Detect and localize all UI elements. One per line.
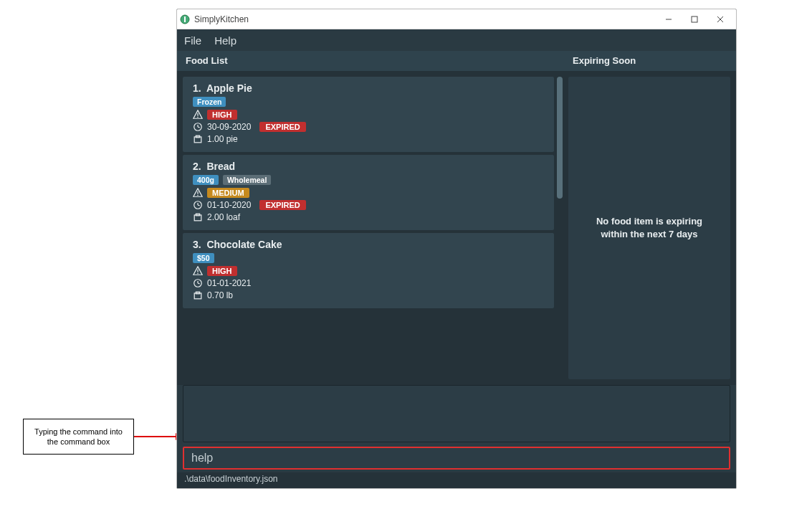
box-icon <box>193 212 203 222</box>
clock-icon <box>193 278 203 288</box>
tag-row: 400gWholemeal <box>193 175 544 185</box>
clock-icon <box>193 122 203 132</box>
svg-point-7 <box>197 117 199 118</box>
quantity-row: 0.70 lb <box>193 290 544 300</box>
tag-row: $50 <box>193 253 544 263</box>
app-window: SimplyKitchen File Help Food List Expiri… <box>176 9 737 489</box>
maximize-button[interactable] <box>682 11 707 28</box>
command-box[interactable] <box>183 447 730 470</box>
tag-row: Frozen <box>193 97 544 107</box>
svg-point-14 <box>197 195 199 196</box>
scrollbar[interactable] <box>557 77 563 199</box>
statusbar: .\data\foodInventory.json <box>177 472 736 488</box>
app-icon <box>180 14 190 24</box>
svg-point-21 <box>197 273 199 275</box>
svg-line-24 <box>198 283 200 284</box>
tag: Frozen <box>193 97 226 107</box>
warning-icon <box>193 110 203 120</box>
svg-rect-1 <box>184 16 186 22</box>
quantity-row: 2.00 loaf <box>193 212 544 222</box>
food-card[interactable]: 2. Bread400gWholemealMEDIUM01-10-2020EXP… <box>183 155 554 230</box>
food-list-header: Food List <box>177 51 564 71</box>
food-card[interactable]: 3. Chocolate Cake$50HIGH01-01-20210.70 l… <box>183 233 554 308</box>
food-title: 2. Bread <box>193 161 544 172</box>
priority-badge: HIGH <box>207 110 237 120</box>
titlebar: SimplyKitchen <box>177 9 736 29</box>
expiry-date: 01-01-2021 <box>207 278 251 288</box>
expiry-date: 30-09-2020 <box>207 122 251 132</box>
tag: 400g <box>193 175 219 185</box>
expiring-message: No food item is expiring within the next… <box>583 215 716 241</box>
quantity-row: 1.00 pie <box>193 134 544 144</box>
annotation-callout: Typing the command into the command box <box>23 419 134 455</box>
food-card[interactable]: 1. Apple PieFrozenHIGH30-09-2020EXPIRED1… <box>183 77 554 152</box>
svg-line-17 <box>198 205 200 206</box>
tag: Wholemeal <box>223 175 271 185</box>
food-title: 3. Chocolate Cake <box>193 239 544 250</box>
annotation-text: Typing the command into the command box <box>28 427 129 447</box>
priority-badge: HIGH <box>207 266 237 276</box>
clock-icon <box>193 200 203 210</box>
tag: $50 <box>193 253 214 263</box>
quantity: 2.00 loaf <box>207 212 240 222</box>
quantity: 0.70 lb <box>207 290 233 300</box>
menu-file[interactable]: File <box>183 33 203 48</box>
svg-rect-3 <box>692 16 697 22</box>
food-title: 1. Apple Pie <box>193 82 544 94</box>
status-path: .\data\foodInventory.json <box>184 474 278 484</box>
expired-badge: EXPIRED <box>259 122 305 132</box>
priority-row: HIGH <box>193 266 544 276</box>
expiring-header: Expiring Soon <box>564 51 736 71</box>
svg-line-10 <box>198 127 200 128</box>
priority-row: HIGH <box>193 110 544 120</box>
menu-help[interactable]: Help <box>213 33 238 48</box>
menubar: File Help <box>177 29 736 51</box>
date-row: 30-09-2020EXPIRED <box>193 122 544 132</box>
close-button[interactable] <box>707 11 733 28</box>
expired-badge: EXPIRED <box>259 200 305 210</box>
quantity: 1.00 pie <box>207 134 238 144</box>
box-icon <box>193 290 203 300</box>
panel-headers: Food List Expiring Soon <box>177 51 736 71</box>
box-icon <box>193 134 203 144</box>
annotation-arrow <box>134 436 181 437</box>
expiring-pane: No food item is expiring within the next… <box>568 77 730 379</box>
date-row: 01-01-2021 <box>193 278 544 288</box>
content-area: 1. Apple PieFrozenHIGH30-09-2020EXPIRED1… <box>177 71 736 385</box>
feedback-area <box>183 385 730 442</box>
warning-icon <box>193 188 203 198</box>
date-row: 01-10-2020EXPIRED <box>193 200 544 210</box>
minimize-button[interactable] <box>656 11 682 28</box>
command-input[interactable] <box>191 452 722 465</box>
food-list-pane: 1. Apple PieFrozenHIGH30-09-2020EXPIRED1… <box>183 77 563 379</box>
window-title: SimplyKitchen <box>194 14 656 24</box>
expiry-date: 01-10-2020 <box>207 200 251 210</box>
priority-row: MEDIUM <box>193 188 544 198</box>
warning-icon <box>193 266 203 276</box>
priority-badge: MEDIUM <box>207 188 249 198</box>
